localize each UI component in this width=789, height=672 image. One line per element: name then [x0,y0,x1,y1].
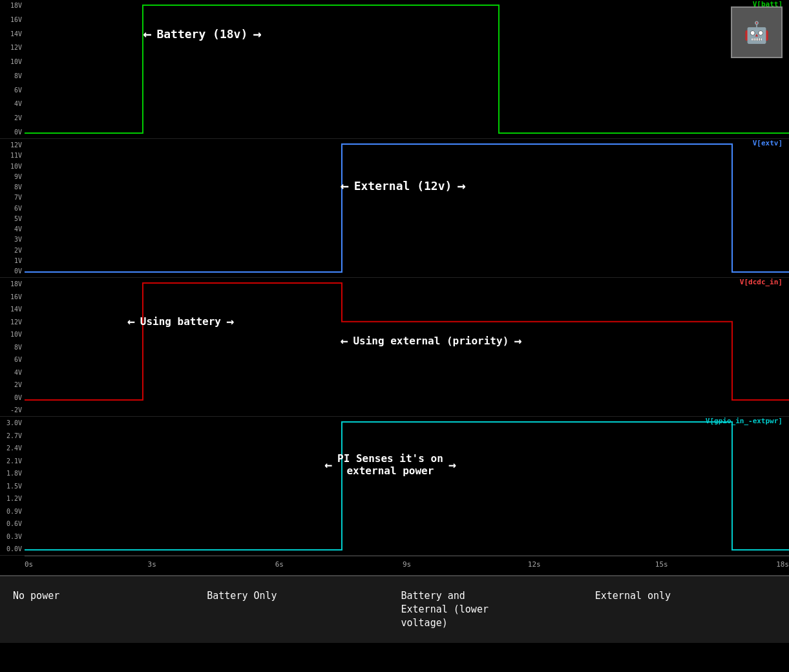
y-tick: 7V [0,194,25,201]
y-tick: 10V [0,331,25,338]
arrow-left-icon: ← [127,313,135,329]
x-axis: 0s 3s 6s 9s 12s 15s 18s [25,556,789,575]
vgpio-panel: V[gpio_in_-extpwr] 3.0V 2.7V 2.4V 2.1V 1… [0,417,789,556]
y-tick: 8V [0,73,25,79]
arrow-left-icon: ← [324,457,332,472]
y-tick: 1.8V [0,470,25,477]
legend-no-power-text: No power [13,589,59,603]
y-tick: 2V [0,247,25,254]
legend-no-power: No power [6,589,200,630]
y-tick: 14V [0,31,25,37]
x-tick-3s: 3s [148,560,156,569]
y-tick: 18V [0,3,25,9]
y-tick: 10V [0,163,25,170]
using-battery-annotation: ← Using battery → [127,313,289,329]
vgpio-svg [25,417,789,555]
y-tick: 0V [0,129,25,136]
y-tick: 6V [0,87,25,94]
y-tick: 9V [0,173,25,180]
y-tick: 2.4V [0,445,25,452]
y-tick: -2V [0,406,25,414]
legend-battery-external-text: Battery and External (lower voltage) [401,589,489,630]
y-tick: 0.9V [0,508,25,515]
pi-senses-annotation: ← PI Senses it's on external power → [324,452,712,477]
arrow-left-icon: ← [340,178,348,194]
vextv-svg [25,139,789,277]
y-tick: 8V [0,344,25,351]
external-annotation: ← External (12v) → [340,178,715,194]
legend-battery-only-text: Battery Only [207,589,277,603]
y-tick: 4V [0,226,25,233]
using-external-text: Using external (priority) [353,335,509,347]
y-tick: 2.1V [0,457,25,465]
y-tick: 0V [0,268,25,275]
y-tick: 12V [0,319,25,326]
y-tick: 2V [0,381,25,388]
y-tick: 0V [0,394,25,401]
robot-image: 🤖 [731,6,783,58]
y-tick: 12V [0,45,25,51]
arrow-right-icon: → [514,333,521,348]
chart-area: V[batt] 18V 16V 14V 12V 10V 8V 6V 4V 2V … [0,0,789,575]
y-tick: 3V [0,236,25,243]
y-tick: 3.0V [0,419,25,426]
y-tick: 0.6V [0,520,25,527]
battery-annotation: ← Battery (18v) → [143,26,466,42]
pi-senses-text: PI Senses it's on external power [337,452,443,477]
x-tick-6s: 6s [275,560,284,569]
y-tick: 18V [0,280,25,288]
vbatt-panel: V[batt] 18V 16V 14V 12V 10V 8V 6V 4V 2V … [0,0,789,139]
using-external-annotation: ← Using external (priority) → [340,333,708,348]
y-tick: 14V [0,306,25,313]
legend-battery-external: Battery and External (lower voltage) [395,589,589,630]
y-tick: 4V [0,101,25,107]
x-tick-12s: 12s [528,560,541,569]
using-battery-text: Using battery [140,315,221,328]
y-tick: 1.5V [0,483,25,490]
vbatt-svg [25,0,789,138]
vdcdc-panel: V[dcdc_in] 18V 16V 14V 12V 10V 8V 6V 4V … [0,278,789,417]
arrow-left-icon: ← [340,333,348,348]
x-tick-18s: 18s [776,560,789,569]
x-tick-0s: 0s [25,560,33,569]
arrow-left-icon: ← [143,26,151,42]
y-tick: 5V [0,215,25,222]
arrow-right-icon: → [448,457,456,472]
x-tick-9s: 9s [403,560,411,569]
vextv-panel: V[extv] 12V 11V 10V 9V 8V 7V 6V 5V 4V 3V… [0,139,789,278]
battery-annotation-text: Battery (18v) [156,27,247,41]
y-tick: 16V [0,293,25,300]
legend-battery-only: Battery Only [200,589,394,630]
y-tick: 11V [0,152,25,159]
legend-external-only-text: External only [595,589,671,603]
x-tick-15s: 15s [655,560,668,569]
arrow-right-icon: → [457,178,465,194]
arrow-right-icon: → [226,313,234,329]
y-tick: 2.7V [0,432,25,439]
y-tick: 8V [0,184,25,191]
legend-external-only: External only [589,589,783,630]
arrow-right-icon: → [253,26,261,42]
y-tick: 4V [0,369,25,376]
y-tick: 2V [0,115,25,121]
y-tick: 1.2V [0,495,25,502]
y-tick: 12V [0,142,25,149]
legend: No power Battery Only Battery and Extern… [0,575,789,643]
y-tick: 10V [0,59,25,65]
y-tick: 0.0V [0,545,25,552]
y-tick: 0.3V [0,533,25,540]
y-tick: 6V [0,205,25,212]
y-tick: 16V [0,17,25,23]
y-tick: 1V [0,257,25,264]
y-tick: 6V [0,356,25,363]
external-annotation-text: External (12v) [354,179,452,193]
